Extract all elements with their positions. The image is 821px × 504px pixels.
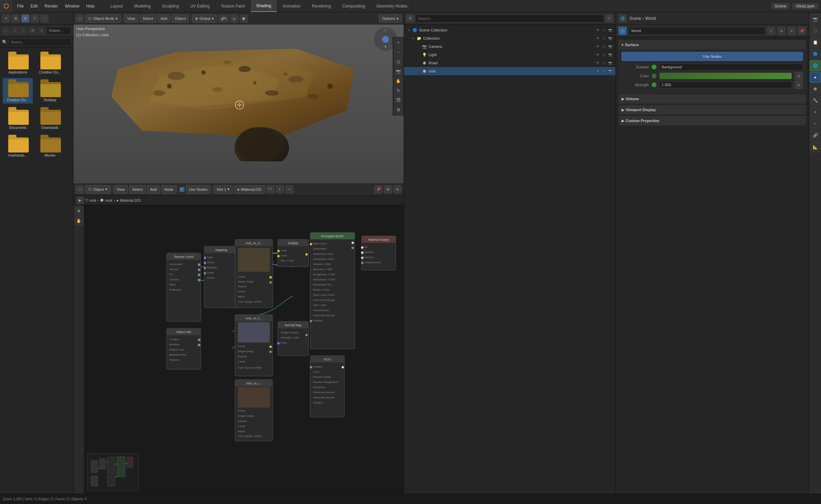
transform-select[interactable]: ⊕ Global ▾	[192, 14, 217, 23]
shader-shading-btn[interactable]: ●	[393, 185, 402, 194]
select-menu-btn[interactable]: Select	[140, 14, 156, 23]
menu-edit[interactable]: Edit	[27, 0, 41, 12]
view-list-btn[interactable]: ≡	[2, 14, 10, 23]
file-item-desktop[interactable]: Desktop	[35, 78, 65, 104]
new-world-btn[interactable]: +	[767, 27, 775, 35]
menu-file[interactable]: File	[14, 0, 27, 12]
outliner-icon-btn[interactable]: ☰	[406, 14, 414, 23]
file-item-creative-clo1[interactable]: Creative Clo...	[35, 50, 65, 76]
rotate-btn[interactable]: ↻	[394, 86, 403, 95]
light-row[interactable]: ▶ 💡 Light 👁 ⬡ 📷	[404, 51, 615, 59]
nav-forward-btn[interactable]: →	[11, 27, 18, 35]
volume-section-header[interactable]: ▶ Volume	[619, 94, 806, 103]
outliner-filter-btn[interactable]: ▽	[605, 14, 613, 23]
shader-hand-btn[interactable]: ✋	[75, 216, 83, 225]
surface-section-header[interactable]: ▾ Surface	[619, 40, 806, 49]
menu-render[interactable]: Render	[41, 0, 61, 12]
render-btn6[interactable]: 📷	[607, 68, 613, 74]
prop-icon-btn[interactable]: 🌐	[618, 14, 627, 23]
sort-btn[interactable]: ↕	[40, 14, 49, 23]
prop-tab-world[interactable]: 🌐	[810, 60, 821, 71]
browse-world-btn[interactable]: ▾	[777, 27, 785, 35]
tab-compositing[interactable]: Compositing	[337, 0, 371, 12]
select-btn5[interactable]: ⬡	[601, 60, 607, 66]
tab-layout[interactable]: Layout	[105, 0, 129, 12]
file-item-irowholondo[interactable]: lrowhondo...	[3, 133, 33, 159]
menu-help[interactable]: Help	[83, 0, 98, 12]
zoom-out-btn[interactable]: −	[394, 48, 403, 57]
surface-value[interactable]: Background	[659, 64, 803, 70]
visibility-btn[interactable]: 👁	[595, 27, 600, 33]
prop-tab-particles[interactable]: ✦	[810, 107, 821, 118]
select-btn4[interactable]: ⬡	[601, 52, 607, 57]
filter-btn[interactable]: ▽	[31, 14, 39, 23]
camera-row[interactable]: ▶ 📷 Camera 👁 ⬡ 📷	[404, 42, 615, 51]
3d-scene[interactable]: User Perspective (1) Collection | rock Z…	[74, 25, 404, 183]
prop-tab-scene[interactable]: 🔵	[810, 49, 821, 59]
proportional-btn[interactable]: ◎	[230, 14, 238, 23]
world-name-field[interactable]: World	[629, 27, 765, 35]
visibility-btn6[interactable]: 👁	[595, 68, 600, 74]
breadcrumb-rock2[interactable]: rock	[105, 198, 112, 202]
tab-geometry-nodes[interactable]: Geometry Nodes	[371, 0, 413, 12]
view-large-btn[interactable]: ⊟	[21, 14, 29, 23]
color-value[interactable]	[659, 72, 792, 79]
add-menu-btn[interactable]: Add	[158, 14, 171, 23]
prop-tab-constraints[interactable]: 🔗	[810, 130, 821, 141]
zoom-fit-btn[interactable]: ⊡	[394, 57, 403, 66]
prop-tab-output[interactable]: ⬡	[810, 25, 821, 36]
grab-btn[interactable]: ✋	[394, 77, 403, 85]
shader-display-btn[interactable]: ⊞	[384, 185, 392, 194]
road-row[interactable]: ▶ ⬟ Road 👁 ⬡ 📷	[404, 59, 615, 67]
breadcrumb-material[interactable]: Material.015	[120, 198, 141, 202]
poly-select-btn[interactable]: ⬟	[240, 14, 248, 23]
scene-collection-row[interactable]: ▾ 🔵 Scene Collection 👁 ⬡ 📷	[404, 26, 615, 34]
tab-texture-paint[interactable]: Texture Paint	[216, 0, 251, 12]
prop-tab-modifier[interactable]: 🔧	[810, 95, 821, 106]
visibility-btn2[interactable]: 👁	[595, 36, 600, 41]
viewport-content[interactable]: User Perspective (1) Collection | rock Z…	[74, 25, 404, 183]
visibility-btn3[interactable]: 👁	[595, 44, 600, 49]
file-item-movies[interactable]: Movies	[35, 133, 65, 159]
view-grid-btn[interactable]: ⊞	[12, 14, 20, 23]
shader-icon-btn[interactable]: ⬡	[76, 185, 84, 194]
collection-row[interactable]: ▾ 📁 Collection 👁 ⬡ 📷	[404, 34, 615, 42]
menu-window[interactable]: Window	[61, 0, 83, 12]
file-item-creative-clo2[interactable]: Creative Clo...	[3, 78, 33, 104]
shader-select-btn[interactable]: Select	[129, 185, 146, 194]
visibility-btn4[interactable]: 👁	[595, 52, 600, 57]
pin-btn[interactable]: 📌	[374, 185, 382, 194]
render-btn5[interactable]: 📷	[607, 60, 613, 66]
viewport-icon-btn[interactable]: ⬡	[76, 14, 84, 23]
render-btn2[interactable]: 📷	[607, 36, 613, 41]
object-menu-btn[interactable]: Object	[172, 14, 189, 23]
prop-tab-object[interactable]: ⬟	[810, 83, 821, 94]
slot-select[interactable]: Slot 1 ▾	[213, 185, 233, 194]
view-menu-btn[interactable]: View	[124, 14, 138, 23]
new-material-btn[interactable]: +	[276, 185, 284, 194]
custom-properties-section-header[interactable]: ▶ Custom Properties	[619, 116, 806, 125]
object-mode-select[interactable]: ⬡ Object Mode ▾	[85, 14, 121, 23]
nav-bookmark-btn[interactable]: ☆	[38, 27, 45, 35]
film-btn[interactable]: 🎬	[394, 96, 403, 105]
world-pin-btn[interactable]: 📌	[798, 27, 806, 35]
tab-shading[interactable]: Shading	[251, 0, 277, 12]
render-btn[interactable]: 📷	[607, 27, 613, 33]
file-item-downloads[interactable]: Downloads	[35, 106, 65, 131]
nav-up-btn[interactable]: ↑	[20, 27, 27, 35]
grid-btn[interactable]: ⊞	[394, 105, 403, 114]
breadcrumb-rock1[interactable]: rock	[89, 198, 96, 202]
camera-view-btn[interactable]: 📷	[394, 67, 403, 76]
outliner-search-input[interactable]	[416, 15, 604, 22]
file-item-documents[interactable]: Documents	[3, 106, 33, 131]
tab-animation[interactable]: Animation	[277, 0, 307, 12]
tab-uv-editing[interactable]: UV Editing	[185, 0, 216, 12]
render-btn4[interactable]: 📷	[607, 52, 613, 57]
tab-sculpting[interactable]: Sculpting	[157, 0, 185, 12]
shader-mode-select[interactable]: ⬡ Object ▾	[85, 185, 110, 194]
tab-rendering[interactable]: Rendering	[307, 0, 337, 12]
tab-modeling[interactable]: Modeling	[129, 0, 157, 12]
select-btn3[interactable]: ⬡	[601, 44, 607, 49]
shader-node-btn[interactable]: Node	[161, 185, 177, 194]
nav-back-btn[interactable]: ←	[2, 27, 10, 35]
